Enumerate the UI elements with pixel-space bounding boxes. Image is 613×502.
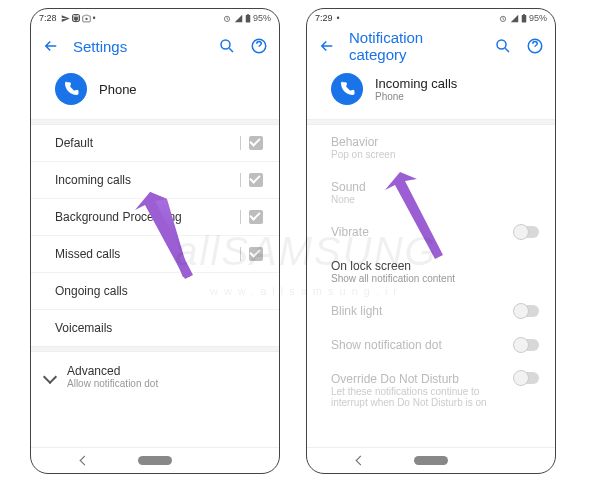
vibrate-row[interactable]: Vibrate: [307, 215, 555, 249]
row-subtitle: Pop on screen: [331, 149, 539, 160]
help-icon: [526, 37, 544, 55]
alarm-icon: [222, 14, 232, 23]
phone-icon: [338, 80, 356, 98]
phone-icon: [62, 80, 80, 98]
divider-icon: [240, 136, 241, 150]
help-button[interactable]: [249, 36, 269, 56]
back-button[interactable]: [41, 36, 61, 56]
signal-icon: [234, 14, 243, 23]
instagram-icon: ◉: [72, 14, 80, 22]
chevron-down-icon: [43, 369, 57, 383]
status-bar: 7:28 ◉ • 95%: [31, 9, 279, 27]
checkbox-icon[interactable]: [249, 247, 263, 261]
svg-rect-7: [522, 14, 527, 22]
category-label: Incoming calls: [55, 173, 226, 187]
nav-bar: [307, 447, 555, 473]
category-label: Voicemails: [55, 321, 263, 335]
row-title: Show notification dot: [331, 338, 515, 352]
row-title: Behavior: [331, 135, 539, 149]
search-button[interactable]: [493, 36, 513, 56]
category-label: Background Processing: [55, 210, 226, 224]
row-title: Override Do Not Disturb: [331, 372, 515, 386]
advanced-row[interactable]: Advanced Allow notification dot: [31, 352, 279, 401]
phone-app-icon: [55, 73, 87, 105]
advanced-title: Advanced: [67, 364, 158, 378]
nav-back-button[interactable]: [80, 456, 90, 466]
svg-rect-3: [247, 14, 249, 15]
category-label: Ongoing calls: [55, 284, 263, 298]
override-dnd-row[interactable]: Override Do Not Disturb Let these notifi…: [307, 362, 555, 418]
help-icon: [250, 37, 268, 55]
row-subtitle: None: [331, 194, 539, 205]
status-icons-left: ◉ •: [61, 13, 96, 23]
toggle-switch[interactable]: [515, 226, 539, 238]
behavior-row[interactable]: Behavior Pop on screen: [307, 125, 555, 170]
alarm-icon: [498, 14, 508, 23]
help-button[interactable]: [525, 36, 545, 56]
app-header-tile: Incoming calls Phone: [307, 65, 555, 119]
search-icon: [218, 37, 236, 55]
row-title: On lock screen: [331, 259, 539, 273]
app-bar: Notification category: [307, 27, 555, 65]
divider-icon: [240, 210, 241, 224]
nav-bar: [31, 447, 279, 473]
send-icon: [61, 14, 70, 23]
app-bar: Settings: [31, 27, 279, 65]
category-row-incoming-calls[interactable]: Incoming calls: [31, 162, 279, 199]
svg-rect-2: [246, 14, 251, 22]
status-icons-left: •: [337, 13, 340, 23]
phone-app-icon: [331, 73, 363, 105]
signal-icon: [510, 14, 519, 23]
category-label: Default: [55, 136, 226, 150]
arrow-back-icon: [318, 37, 336, 55]
camera-icon: [82, 14, 91, 23]
row-subtitle: Show all notification content: [331, 273, 539, 284]
status-time: 7:28: [39, 13, 57, 23]
toggle-switch[interactable]: [515, 372, 539, 384]
advanced-subtitle: Allow notification dot: [67, 378, 158, 389]
toggle-switch[interactable]: [515, 339, 539, 351]
svg-point-0: [85, 17, 87, 19]
battery-icon: [245, 14, 251, 23]
checkbox-icon[interactable]: [249, 136, 263, 150]
category-name: Incoming calls: [375, 76, 457, 91]
divider-icon: [240, 173, 241, 187]
nav-back-button[interactable]: [356, 456, 366, 466]
blink-light-row[interactable]: Blink light: [307, 294, 555, 328]
svg-point-9: [497, 40, 506, 49]
row-title: Sound: [331, 180, 539, 194]
status-icons-right: 95%: [222, 13, 271, 23]
dot-icon: •: [337, 13, 340, 23]
phone-right-notification-category: 7:29 • 95% Notification category: [306, 8, 556, 474]
status-time: 7:29: [315, 13, 333, 23]
checkbox-icon[interactable]: [249, 210, 263, 224]
notification-dot-row[interactable]: Show notification dot: [307, 328, 555, 362]
category-label: Missed calls: [55, 247, 226, 261]
battery-icon: [521, 14, 527, 23]
category-row-background[interactable]: Background Processing: [31, 199, 279, 236]
lock-screen-row[interactable]: On lock screen Show all notification con…: [307, 249, 555, 294]
category-row-missed[interactable]: Missed calls: [31, 236, 279, 273]
row-title: Vibrate: [331, 225, 515, 239]
nav-home-button[interactable]: [138, 456, 172, 465]
toggle-switch[interactable]: [515, 305, 539, 317]
category-row-voicemails[interactable]: Voicemails: [31, 310, 279, 346]
row-title: Blink light: [331, 304, 515, 318]
sound-row[interactable]: Sound None: [307, 170, 555, 215]
nav-home-button[interactable]: [414, 456, 448, 465]
search-icon: [494, 37, 512, 55]
battery-pct: 95%: [253, 13, 271, 23]
search-button[interactable]: [217, 36, 237, 56]
svg-rect-8: [523, 14, 525, 15]
status-icons-right: 95%: [498, 13, 547, 23]
phone-left-settings: 7:28 ◉ • 95% Settings: [30, 8, 280, 474]
dot-icon: •: [93, 13, 96, 23]
app-header-tile: Phone: [31, 65, 279, 119]
back-button[interactable]: [317, 36, 337, 56]
category-row-default[interactable]: Default: [31, 125, 279, 162]
category-app: Phone: [375, 91, 457, 102]
page-title: Notification category: [349, 29, 481, 63]
checkbox-icon[interactable]: [249, 173, 263, 187]
category-row-ongoing[interactable]: Ongoing calls: [31, 273, 279, 310]
row-subtitle: Let these notifications continue to inte…: [331, 386, 501, 408]
